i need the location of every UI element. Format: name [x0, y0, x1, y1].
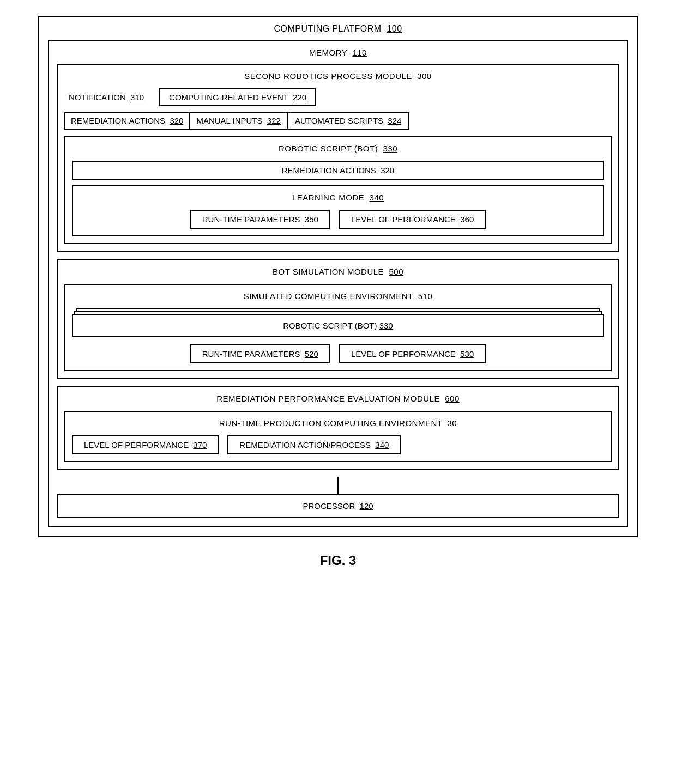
notification-ref: 310	[130, 93, 144, 102]
learning-mode-params-row: RUN-TIME PARAMETERS 350 LEVEL OF PERFORM…	[80, 210, 596, 229]
bot-simulation-box: BOT SIMULATION MODULE 500 SIMULATED COMP…	[57, 259, 619, 379]
runtime-production-ref: 30	[448, 418, 457, 428]
remediation-performance-box: REMEDIATION PERFORMANCE EVALUATION MODUL…	[57, 386, 619, 470]
remediation-performance-ref: 600	[445, 394, 460, 403]
level-of-performance-2-text: LEVEL OF PERFORMANCE	[351, 349, 456, 358]
remediation-performance-text: REMEDIATION PERFORMANCE EVALUATION MODUL…	[216, 394, 440, 403]
level-of-performance-2-ref: 530	[460, 349, 474, 358]
processor-ref: 120	[360, 501, 373, 510]
bot-stack-front: ROBOTIC SCRIPT (BOT) 330	[72, 314, 604, 337]
processor-text: PROCESSOR	[303, 501, 355, 510]
learning-mode-text: LEARNING MODE	[292, 193, 364, 202]
memory-ref: 110	[352, 48, 367, 57]
perf-row: LEVEL OF PERFORMANCE 370 REMEDIATION ACT…	[72, 435, 604, 454]
level-of-performance-1-text: LEVEL OF PERFORMANCE	[351, 215, 456, 224]
simulated-env-box: SIMULATED COMPUTING ENVIRONMENT 510 ROBO…	[64, 284, 612, 371]
memory-label: MEMORY 110	[57, 46, 619, 59]
second-robotics-text: SECOND ROBOTICS PROCESS MODULE	[244, 71, 412, 81]
runtime-production-box: RUN-TIME PRODUCTION COMPUTING ENVIRONMEN…	[64, 411, 612, 462]
sim-params-row: RUN-TIME PARAMETERS 520 LEVEL OF PERFORM…	[72, 344, 604, 363]
robotic-script-bot-box: ROBOTIC SCRIPT (BOT) 330 REMEDIATION ACT…	[64, 136, 612, 244]
run-time-params-1-text: RUN-TIME PARAMETERS	[202, 215, 300, 224]
second-robotics-label: SECOND ROBOTICS PROCESS MODULE 300	[64, 69, 612, 83]
bot-simulation-ref: 500	[389, 267, 403, 276]
robotic-script-bot-text: ROBOTIC SCRIPT (BOT)	[279, 144, 378, 153]
level-of-performance-1-ref: 360	[460, 215, 474, 224]
computing-event-box: COMPUTING-RELATED EVENT 220	[159, 88, 316, 106]
simulated-env-ref: 510	[418, 291, 433, 301]
processor-box: PROCESSOR 120	[57, 494, 619, 518]
remediation-actions-row-label: REMEDIATION ACTIONS 320	[64, 112, 190, 130]
remediation-actions-row-ref: 320	[170, 116, 183, 125]
robotic-script-bot-inner-ref: 330	[379, 321, 393, 330]
level-of-performance-2-box: LEVEL OF PERFORMANCE 530	[339, 344, 486, 363]
run-time-params-2-ref: 520	[305, 349, 318, 358]
computing-platform-text: COMPUTING PLATFORM	[274, 24, 381, 33]
remediation-actions-row-text: REMEDIATION ACTIONS	[71, 116, 165, 125]
level-of-performance-1-box: LEVEL OF PERFORMANCE 360	[339, 210, 486, 229]
remediation-actions-inner-box: REMEDIATION ACTIONS 320	[72, 161, 604, 180]
runtime-production-text: RUN-TIME PRODUCTION COMPUTING ENVIRONMEN…	[219, 418, 442, 428]
robotic-script-bot-label: ROBOTIC SCRIPT (BOT) 330	[72, 142, 604, 155]
remediation-action-process-ref: 340	[375, 440, 389, 449]
remediation-action-process-box: REMEDIATION ACTION/PROCESS 340	[227, 435, 401, 454]
learning-mode-ref: 340	[370, 193, 384, 202]
notification-label: NOTIFICATION 310	[64, 90, 148, 104]
memory-text: MEMORY	[309, 48, 347, 57]
run-time-params-2-box: RUN-TIME PARAMETERS 520	[190, 344, 330, 363]
learning-mode-box: LEARNING MODE 340 RUN-TIME PARAMETERS 35…	[72, 185, 604, 236]
second-robotics-box: SECOND ROBOTICS PROCESS MODULE 300 NOTIF…	[57, 64, 619, 252]
simulated-env-label: SIMULATED COMPUTING ENVIRONMENT 510	[72, 289, 604, 303]
runtime-production-label: RUN-TIME PRODUCTION COMPUTING ENVIRONMEN…	[72, 416, 604, 430]
level-of-performance-3-ref: 370	[193, 440, 207, 449]
manual-inputs-box: MANUAL INPUTS 322	[189, 112, 288, 130]
simulated-env-text: SIMULATED COMPUTING ENVIRONMENT	[244, 291, 413, 301]
bot-simulation-label: BOT SIMULATION MODULE 500	[64, 265, 612, 278]
bot-simulation-text: BOT SIMULATION MODULE	[273, 267, 384, 276]
run-time-params-1-ref: 350	[305, 215, 318, 224]
run-time-params-1-box: RUN-TIME PARAMETERS 350	[190, 210, 330, 229]
computing-event-text: COMPUTING-RELATED EVENT	[169, 93, 288, 102]
bot-stack: ROBOTIC SCRIPT (BOT) 330	[72, 308, 604, 339]
robotic-script-bot-inner-text: ROBOTIC SCRIPT (BOT)	[283, 321, 377, 330]
computing-platform-label: COMPUTING PLATFORM 100	[48, 22, 628, 36]
connector-line	[337, 477, 339, 494]
manual-inputs-ref: 322	[267, 116, 281, 125]
notification-row: NOTIFICATION 310 COMPUTING-RELATED EVENT…	[64, 88, 612, 106]
fig-label: FIG. 3	[320, 553, 357, 568]
automated-scripts-text: AUTOMATED SCRIPTS	[295, 116, 383, 125]
computing-platform-box: COMPUTING PLATFORM 100 MEMORY 110 SECOND…	[38, 16, 638, 537]
run-time-params-2-text: RUN-TIME PARAMETERS	[202, 349, 300, 358]
learning-mode-label: LEARNING MODE 340	[80, 191, 596, 204]
computing-platform-ref: 100	[387, 24, 402, 33]
remediation-actions-inner-text: REMEDIATION ACTIONS	[282, 166, 376, 175]
notification-text: NOTIFICATION	[69, 93, 126, 102]
remediation-performance-label: REMEDIATION PERFORMANCE EVALUATION MODUL…	[64, 392, 612, 405]
level-of-performance-3-box: LEVEL OF PERFORMANCE 370	[72, 435, 219, 454]
automated-scripts-ref: 324	[388, 116, 401, 125]
robotic-script-bot-ref: 330	[383, 144, 398, 153]
second-robotics-ref: 300	[417, 71, 432, 81]
automated-scripts-box: AUTOMATED SCRIPTS 324	[287, 112, 409, 130]
memory-box: MEMORY 110 SECOND ROBOTICS PROCESS MODUL…	[48, 40, 628, 527]
diagram-wrapper: COMPUTING PLATFORM 100 MEMORY 110 SECOND…	[38, 16, 638, 568]
remediation-actions-inner-ref: 320	[381, 166, 394, 175]
manual-inputs-text: MANUAL INPUTS	[196, 116, 262, 125]
computing-event-ref: 220	[293, 93, 306, 102]
remediation-action-process-text: REMEDIATION ACTION/PROCESS	[239, 440, 371, 449]
level-of-performance-3-text: LEVEL OF PERFORMANCE	[84, 440, 189, 449]
remediation-row: REMEDIATION ACTIONS 320 MANUAL INPUTS 32…	[64, 112, 612, 130]
